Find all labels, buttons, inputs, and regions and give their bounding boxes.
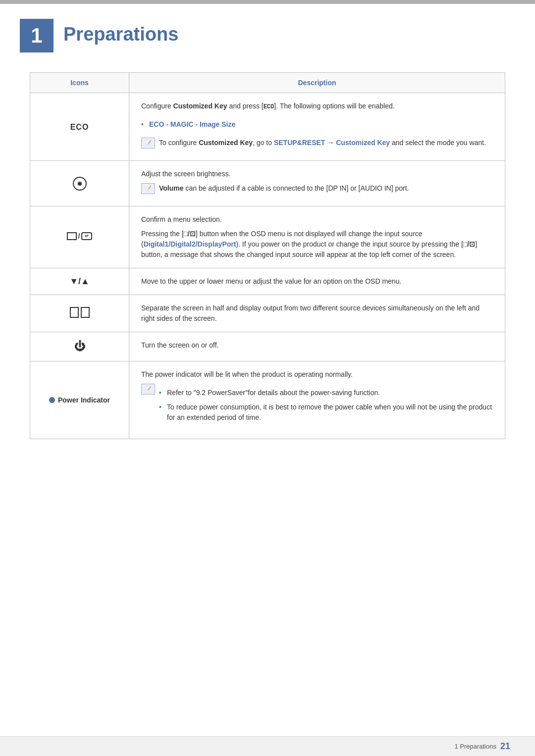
desc-cell-eco: Configure Customized Key and press [ECO]… (129, 93, 505, 161)
icons-table: Icons Description ECO Configure Customiz… (30, 72, 505, 439)
navigate-desc: Move to the upper or lower menu or adjus… (141, 276, 493, 287)
desc-cell-navigate: Move to the upper or lower menu or adjus… (129, 268, 505, 295)
top-decorative-stripe (0, 0, 535, 4)
icon-cell-eco: ECO (30, 93, 129, 161)
col-header-icons: Icons (30, 73, 129, 93)
source-desc-confirm: Confirm a menu selection. (141, 214, 493, 225)
table-row: ⏻ Turn the screen on or off. (30, 332, 505, 361)
list-item: To reduce power consumption, it is best … (159, 400, 493, 425)
brightness-desc-main: Adjust the screen brightness. (141, 169, 493, 179)
power-dot-icon (49, 397, 55, 403)
power-indicator-icon: Power Indicator (40, 396, 119, 404)
chapter-number: 1 (31, 25, 42, 46)
chapter-title: Preparations (63, 19, 178, 45)
brightness-note-content: Volume can be adjusted if a cable is con… (159, 183, 493, 194)
note-icon-power-indicator: 📝 (141, 384, 155, 395)
eco-key-mono: ECO (264, 103, 274, 110)
list-item: Refer to "9.2 PowerSaver"for details abo… (159, 386, 493, 400)
setup-reset-bold: SETUP&RESET (274, 139, 325, 147)
content-area: Icons Description ECO Configure Customiz… (0, 62, 535, 459)
desc-cell-power-indicator: The power indicator will be lit when the… (129, 361, 505, 439)
power-icon: ⏻ (74, 340, 85, 353)
eco-options-highlight: ECO - MAGIC - Image Size (149, 120, 235, 128)
source-desc-detail: Pressing the [□/⊡] button when the OSD m… (141, 229, 493, 260)
list-item: ECO - MAGIC - Image Size (141, 117, 493, 132)
table-row: Separate the screen in half and display … (30, 295, 505, 332)
power-indicator-text: Power Indicator (58, 396, 110, 404)
table-row: Power Indicator The power indicator will… (30, 361, 505, 439)
desc-cell-brightness: Adjust the screen brightness. 📝 Volume c… (129, 161, 505, 206)
icon-cell-power-indicator: Power Indicator (30, 361, 129, 439)
chapter-number-block: 1 (20, 19, 54, 52)
eco-note-box: 📝 To configure Customized Key, go to SET… (141, 138, 493, 149)
table-row: Adjust the screen brightness. 📝 Volume c… (30, 161, 505, 206)
icon-cell-navigate: ▼/▲ (30, 268, 129, 295)
volume-bold: Volume (159, 184, 184, 192)
icon-cell-split (30, 295, 129, 332)
arrows-icon: ▼/▲ (69, 276, 90, 286)
chapter-header: 1 Preparations (0, 4, 535, 62)
icon-cell-brightness (30, 161, 129, 206)
table-row: / ↵ Confirm a menu selection. Pressing t… (30, 206, 505, 268)
desc-cell-source: Confirm a menu selection. Pressing the [… (129, 206, 505, 268)
split-icon (70, 307, 90, 318)
customized-key-note-bold: Customized Key (199, 139, 253, 147)
brightness-note-box: 📝 Volume can be adjusted if a cable is c… (141, 183, 493, 194)
section-label: 1 Preparations (454, 743, 496, 750)
brightness-icon (73, 177, 87, 191)
note-icon-eco: 📝 (141, 138, 155, 149)
digital-ports-highlight: Digital1/Digital2/DisplayPort (144, 240, 236, 248)
power-indicator-note-box: 📝 Refer to "9.2 PowerSaver"for details a… (141, 384, 493, 427)
customized-key-bold: Customized Key (173, 102, 227, 110)
source-icon: / ↵ (67, 232, 93, 240)
bottom-bar: 1 Preparations 21 (0, 736, 535, 756)
icon-cell-power: ⏻ (30, 332, 129, 361)
table-row: ▼/▲ Move to the upper or lower menu or a… (30, 268, 505, 295)
table-row: ECO Configure Customized Key and press [… (30, 93, 505, 161)
note-icon-brightness: 📝 (141, 183, 155, 194)
col-header-description: Description (129, 73, 505, 93)
split-desc: Separate the screen in half and display … (141, 303, 493, 324)
page-number: 21 (500, 741, 510, 752)
desc-cell-power: Turn the screen on or off. (129, 332, 505, 361)
customized-key-note-bold2: Customized Key (336, 139, 390, 147)
eco-desc-main: Configure Customized Key and press [ECO]… (141, 101, 493, 111)
desc-cell-split: Separate the screen in half and display … (129, 295, 505, 332)
power-indicator-bullet-list: Refer to "9.2 PowerSaver"for details abo… (159, 384, 493, 427)
eco-bullet-list: ECO - MAGIC - Image Size (141, 115, 493, 134)
icon-cell-source: / ↵ (30, 206, 129, 268)
eco-icon: ECO (70, 123, 89, 131)
power-desc: Turn the screen on or off. (141, 340, 493, 351)
bottom-bar-text: 1 Preparations 21 (454, 741, 510, 752)
power-indicator-note-content: Refer to "9.2 PowerSaver"for details abo… (159, 384, 493, 427)
eco-note-content: To configure Customized Key, go to SETUP… (159, 138, 493, 148)
power-indicator-desc-main: The power indicator will be lit when the… (141, 369, 493, 380)
